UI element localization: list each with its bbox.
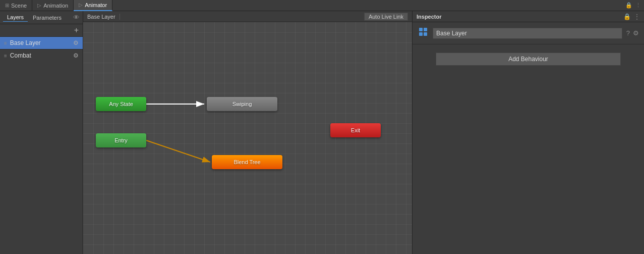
tab-scene[interactable]: ⊞ Scene [0, 0, 32, 11]
inspector-lock-icon[interactable]: 🔒 [623, 13, 631, 20]
inspector-header-icons: 🔒 ⋮ [623, 13, 640, 20]
inspector-header: Inspector 🔒 ⋮ [413, 11, 644, 22]
node-entry[interactable]: Entry [96, 133, 146, 147]
left-panel-header: Layers Parameters 👁 [0, 11, 83, 24]
node-exit[interactable]: Exit [330, 123, 381, 137]
layer-item-combat[interactable]: ≡ Combat ⚙ [0, 49, 83, 62]
canvas-area: Base Layer Auto Live Link [83, 11, 412, 254]
layer-name-combat: Combat [10, 52, 73, 59]
left-panel: Layers Parameters 👁 + ≡ Base Layer ⚙ ≡ C… [0, 11, 83, 254]
gear-icon-combat[interactable]: ⚙ [73, 52, 79, 59]
drag-handle-icon-combat: ≡ [4, 53, 7, 59]
inspector-right-icons: ? ⚙ [626, 29, 639, 37]
layer-item-base[interactable]: ≡ Base Layer ⚙ [0, 37, 83, 49]
canvas-grid[interactable]: Any State Swiping Entry Exit Blend Tree [83, 22, 412, 254]
node-swiping[interactable]: Swiping [207, 97, 277, 111]
auto-live-link-btn[interactable]: Auto Live Link [364, 13, 408, 21]
tab-bar-actions: 🔒 ⋮ [625, 2, 644, 9]
main-area: Layers Parameters 👁 + ≡ Base Layer ⚙ ≡ C… [0, 11, 644, 254]
tab-animator[interactable]: ▷ Animator [74, 0, 112, 11]
node-any-state-label: Any State [109, 101, 133, 107]
inspector-settings-icon[interactable]: ⚙ [633, 29, 639, 37]
node-entry-label: Entry [114, 137, 128, 143]
tab-animator-label: Animator [85, 2, 107, 8]
breadcrumb: Base Layer [87, 14, 120, 20]
drag-handle-icon: ≡ [4, 40, 7, 46]
node-any-state[interactable]: Any State [96, 97, 146, 111]
gear-icon-base[interactable]: ⚙ [73, 39, 79, 46]
inspector-title: Inspector [417, 14, 442, 20]
tab-animation-label: Animation [43, 3, 68, 9]
canvas-toolbar: Base Layer Auto Live Link [83, 11, 412, 22]
add-behaviour-btn[interactable]: Add Behaviour [436, 53, 621, 66]
svg-rect-7 [424, 32, 427, 36]
add-layer-btn[interactable]: + [74, 26, 79, 34]
svg-line-3 [146, 140, 210, 162]
node-blend-tree[interactable]: Blend Tree [212, 155, 282, 169]
parameters-tab-btn[interactable]: Parameters [29, 14, 66, 22]
eye-icon[interactable]: 👁 [73, 14, 80, 21]
inspector-layer-name-input[interactable] [433, 28, 622, 39]
layer-name-base: Base Layer [10, 39, 73, 46]
node-blend-tree-label: Blend Tree [233, 159, 260, 165]
inspector-name-row: ? ⚙ [413, 22, 644, 44]
add-layer-row: + [0, 24, 83, 37]
layers-tab-btn[interactable]: Layers [3, 13, 28, 22]
tab-bar: ⊞ Scene ▷ Animation ▷ Animator 🔒 ⋮ [0, 0, 644, 11]
tab-animation[interactable]: ▷ Animation [32, 0, 74, 11]
svg-rect-5 [424, 28, 427, 31]
scene-icon: ⊞ [5, 3, 9, 8]
animation-icon: ▷ [37, 3, 41, 8]
tab-more-icon[interactable]: ⋮ [635, 2, 641, 9]
right-panel: Inspector 🔒 ⋮ ? ⚙ Add Behaviour [412, 11, 644, 254]
node-swiping-label: Swiping [232, 101, 252, 107]
inspector-help-icon[interactable]: ? [626, 29, 630, 37]
tab-scene-label: Scene [11, 3, 27, 9]
inspector-more-icon[interactable]: ⋮ [634, 13, 640, 20]
tab-lock-icon[interactable]: 🔒 [625, 2, 632, 9]
inspector-layer-icon [418, 26, 429, 40]
node-exit-label: Exit [351, 127, 360, 133]
svg-rect-4 [419, 28, 423, 31]
svg-rect-6 [419, 32, 423, 36]
animator-icon: ▷ [79, 2, 83, 8]
